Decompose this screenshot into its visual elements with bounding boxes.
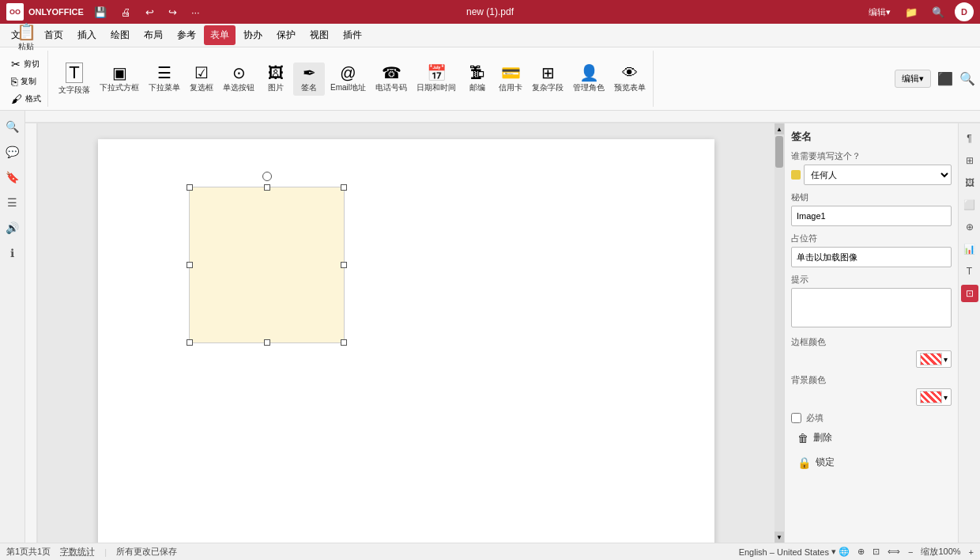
complex-field-button[interactable]: ⊞ 复杂字段 xyxy=(528,62,567,96)
sidebar-bookmarks-icon[interactable]: 🔖 xyxy=(3,168,22,187)
panel-icon-image[interactable]: 🖼 xyxy=(961,174,978,191)
paste-button[interactable]: 📋 粘贴 xyxy=(10,21,42,55)
panel-icon-shape[interactable]: ⬜ xyxy=(961,196,978,214)
checkbox-button[interactable]: ☑ 复选框 xyxy=(186,62,217,96)
menu-view[interactable]: 视图 xyxy=(303,25,335,45)
zoom-minus-button[interactable]: − xyxy=(908,547,913,557)
dropdown-menu-button[interactable]: ☰ 下拉菜单 xyxy=(145,62,184,96)
sidebar-tts-icon[interactable]: 🔊 xyxy=(3,218,22,237)
menu-bar: 文件 首页 插入 绘图 布局 参考 表单 协办 保护 视图 插件 xyxy=(0,24,980,47)
panel-icon-text[interactable]: T xyxy=(961,263,978,280)
who-select[interactable]: 任何人 xyxy=(804,165,952,185)
more-button[interactable]: ··· xyxy=(187,5,204,20)
handle-bot-right[interactable] xyxy=(341,339,347,346)
sidebar-search-icon[interactable]: 🔍 xyxy=(3,117,22,136)
menu-form[interactable]: 表单 xyxy=(204,25,236,45)
language-selector[interactable]: English – United States ▾ 🌐 xyxy=(739,547,850,557)
save-button[interactable]: 💾 xyxy=(90,5,111,20)
format-brush-button[interactable]: 🖌 格式 xyxy=(8,91,44,107)
scroll-up-button[interactable]: ▲ xyxy=(775,123,784,134)
email-button[interactable]: @ Email地址 xyxy=(326,62,370,96)
scroll-thumb[interactable] xyxy=(775,136,783,168)
menu-insert[interactable]: 插入 xyxy=(71,25,103,45)
location-button[interactable]: 📁 xyxy=(901,5,922,20)
phone-button[interactable]: ☎ 电话号码 xyxy=(371,62,411,96)
manage-roles-icon: 👤 xyxy=(579,65,599,81)
sidebar-info-icon[interactable]: ℹ xyxy=(3,244,22,263)
cut-button[interactable]: ✂ 剪切 xyxy=(8,56,44,72)
menu-cowork[interactable]: 协办 xyxy=(237,25,269,45)
user-avatar[interactable]: D xyxy=(955,2,974,21)
menu-plugin[interactable]: 插件 xyxy=(337,25,368,45)
zoom-fit-button[interactable]: ⊡ xyxy=(873,547,880,557)
text-field-button[interactable]: T 文字段落 xyxy=(55,60,94,98)
handle-top-mid[interactable] xyxy=(264,184,270,191)
credit-card-icon: 💳 xyxy=(501,65,521,81)
preview-form-button[interactable]: 👁 预览表单 xyxy=(610,62,650,96)
delete-button[interactable]: 🗑 删除 xyxy=(791,427,952,448)
panel-icon-form[interactable]: ⊡ xyxy=(961,285,978,302)
manage-roles-button[interactable]: 👤 管理角色 xyxy=(569,62,609,96)
print-button[interactable]: 🖨 xyxy=(117,5,135,20)
signature-button[interactable]: ✒ 签名 xyxy=(293,62,325,96)
word-count-button[interactable]: 字数统计 xyxy=(60,546,95,558)
image-icon: 🖼 xyxy=(268,65,284,81)
right-scrollbar[interactable]: ▲ ▼ xyxy=(775,123,784,543)
credit-card-button[interactable]: 💳 信用卡 xyxy=(495,62,526,96)
svg-rect-2 xyxy=(25,123,38,543)
copy-button[interactable]: ⎘ 复制 xyxy=(8,74,44,89)
zoom-plus-button[interactable]: + xyxy=(969,547,974,557)
signature-image-field[interactable] xyxy=(189,187,345,343)
zoom-width-button[interactable]: ⟺ xyxy=(888,547,900,557)
tip-textarea[interactable] xyxy=(791,288,952,327)
placeholder-input[interactable] xyxy=(791,247,952,267)
handle-mid-left[interactable] xyxy=(187,262,193,268)
view-mode-button[interactable]: ⬛ xyxy=(937,71,953,86)
scroll-down-button[interactable]: ▼ xyxy=(775,532,784,543)
handle-top-right[interactable] xyxy=(341,184,347,191)
panel-icon-table[interactable]: ⊞ xyxy=(961,152,978,169)
rotate-handle[interactable] xyxy=(262,172,272,181)
dropdown-menu-icon: ☰ xyxy=(157,65,172,81)
handle-mid-right[interactable] xyxy=(341,262,347,268)
sidebar-comments-icon[interactable]: 💬 xyxy=(3,142,22,161)
redo-button[interactable]: ↪ xyxy=(164,5,181,20)
menu-draw[interactable]: 绘图 xyxy=(104,25,136,45)
app-logo[interactable]: OO ONLYOFFICE xyxy=(6,3,84,21)
search-header-button[interactable]: 🔍 xyxy=(928,5,948,20)
ribbon-clipboard-group: 📋 粘贴 ✂ 剪切 ⎘ 复制 🖌 格式 xyxy=(5,51,48,107)
track-changes-button[interactable]: ⊕ xyxy=(858,547,865,557)
panel-icon-plus[interactable]: ⊕ xyxy=(961,218,978,236)
required-checkbox[interactable] xyxy=(791,413,801,423)
bg-color-chevron: ▾ xyxy=(944,393,948,402)
dropdown-frame-icon: ▣ xyxy=(112,65,127,81)
menu-protect[interactable]: 保护 xyxy=(270,25,302,45)
menu-reference[interactable]: 参考 xyxy=(171,25,202,45)
radio-button[interactable]: ⊙ 单选按钮 xyxy=(219,62,258,96)
undo-button[interactable]: ↩ xyxy=(141,5,158,20)
canvas-area[interactable] xyxy=(38,123,775,543)
dropdown-frame-button[interactable]: ▣ 下拉式方框 xyxy=(96,62,143,96)
edit-mode-button[interactable]: 编辑▾ xyxy=(865,5,895,20)
edit-dropdown-button[interactable]: 编辑▾ xyxy=(895,70,931,88)
signature-icon: ✒ xyxy=(303,65,316,81)
handle-top-left[interactable] xyxy=(187,184,193,191)
image-button[interactable]: 🖼 图片 xyxy=(260,62,292,96)
cut-icon: ✂ xyxy=(11,58,21,70)
search-ribbon-button[interactable]: 🔍 xyxy=(959,71,975,86)
lock-button[interactable]: 🔒 锁定 xyxy=(791,452,952,473)
panel-icon-chart[interactable]: 📊 xyxy=(961,240,978,258)
handle-bot-mid[interactable] xyxy=(264,339,270,346)
panel-icon-paragraph[interactable]: ¶ xyxy=(961,130,978,147)
menu-home[interactable]: 首页 xyxy=(38,25,70,45)
bg-color-picker[interactable]: ▾ xyxy=(916,388,952,406)
sidebar-menu-icon[interactable]: ☰ xyxy=(3,193,22,212)
zipcode-button[interactable]: 🗜 邮编 xyxy=(462,62,493,96)
handle-bot-left[interactable] xyxy=(187,339,193,346)
key-input[interactable] xyxy=(791,206,952,226)
paste-icon: 📋 xyxy=(17,24,36,40)
svg-rect-0 xyxy=(25,111,980,123)
border-color-picker[interactable]: ▾ xyxy=(916,350,952,368)
datetime-button[interactable]: 📅 日期和时间 xyxy=(413,62,460,96)
menu-layout[interactable]: 布局 xyxy=(138,25,169,45)
